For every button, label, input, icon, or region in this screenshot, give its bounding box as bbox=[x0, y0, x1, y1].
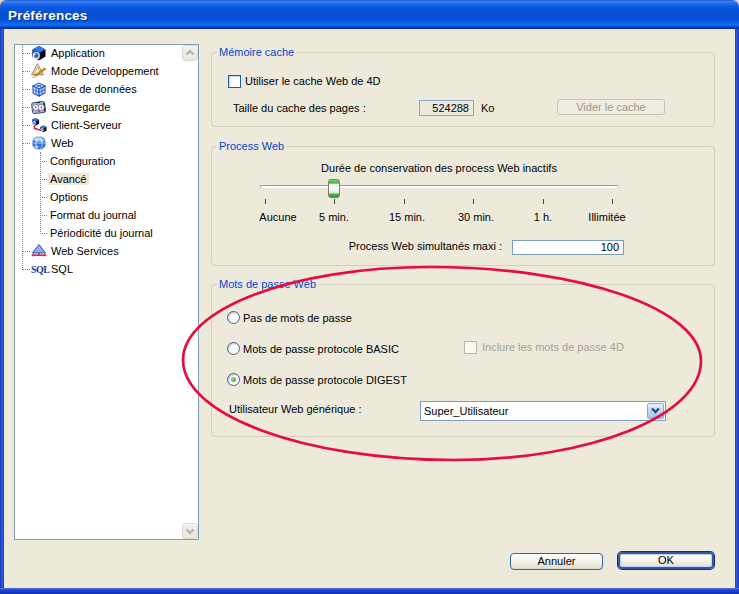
svg-text:SQL: SQL bbox=[31, 264, 50, 275]
